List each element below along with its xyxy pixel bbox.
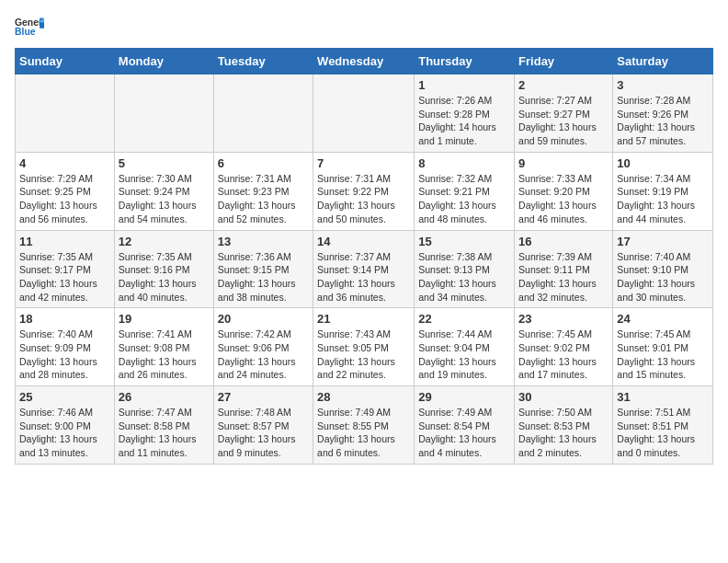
day-info: Sunrise: 7:27 AM Sunset: 9:27 PM Dayligh… <box>518 94 609 148</box>
calendar-cell: 20Sunrise: 7:42 AM Sunset: 9:06 PM Dayli… <box>213 308 313 386</box>
calendar-week-row: 11Sunrise: 7:35 AM Sunset: 9:17 PM Dayli… <box>16 230 713 308</box>
day-info: Sunrise: 7:40 AM Sunset: 9:09 PM Dayligh… <box>19 327 110 382</box>
day-info: Sunrise: 7:51 AM Sunset: 8:51 PM Dayligh… <box>617 406 709 460</box>
calendar-cell: 7Sunrise: 7:31 AM Sunset: 9:22 PM Daylig… <box>313 152 415 230</box>
day-number: 3 <box>617 78 709 92</box>
day-info: Sunrise: 7:26 AM Sunset: 9:28 PM Dayligh… <box>418 94 510 148</box>
day-info: Sunrise: 7:30 AM Sunset: 9:24 PM Dayligh… <box>119 172 210 226</box>
day-info: Sunrise: 7:39 AM Sunset: 9:11 PM Dayligh… <box>518 250 609 304</box>
calendar-cell: 15Sunrise: 7:38 AM Sunset: 9:13 PM Dayli… <box>415 230 515 308</box>
day-number: 10 <box>617 156 709 170</box>
day-number: 14 <box>317 235 410 248</box>
calendar-table: SundayMondayTuesdayWednesdayThursdayFrid… <box>15 48 713 465</box>
calendar-cell: 18Sunrise: 7:40 AM Sunset: 9:09 PM Dayli… <box>16 308 115 386</box>
calendar-cell: 26Sunrise: 7:47 AM Sunset: 8:58 PM Dayli… <box>114 386 213 465</box>
calendar-week-row: 25Sunrise: 7:46 AM Sunset: 9:00 PM Dayli… <box>16 386 713 465</box>
calendar-cell: 29Sunrise: 7:49 AM Sunset: 8:54 PM Dayli… <box>415 386 515 465</box>
day-info: Sunrise: 7:35 AM Sunset: 9:16 PM Dayligh… <box>119 250 210 304</box>
day-info: Sunrise: 7:38 AM Sunset: 9:13 PM Dayligh… <box>418 250 510 304</box>
day-info: Sunrise: 7:41 AM Sunset: 9:08 PM Dayligh… <box>119 327 210 382</box>
day-info: Sunrise: 7:45 AM Sunset: 9:01 PM Dayligh… <box>617 327 709 382</box>
calendar-cell: 22Sunrise: 7:44 AM Sunset: 9:04 PM Dayli… <box>415 308 515 386</box>
day-number: 15 <box>418 235 510 248</box>
day-info: Sunrise: 7:37 AM Sunset: 9:14 PM Dayligh… <box>317 250 410 304</box>
day-info: Sunrise: 7:28 AM Sunset: 9:26 PM Dayligh… <box>617 94 709 148</box>
day-number: 7 <box>317 156 410 170</box>
day-of-week-header: Monday <box>114 49 213 75</box>
calendar-cell <box>114 75 213 153</box>
calendar-cell <box>213 75 313 153</box>
day-info: Sunrise: 7:33 AM Sunset: 9:20 PM Dayligh… <box>518 172 609 226</box>
calendar-cell: 23Sunrise: 7:45 AM Sunset: 9:02 PM Dayli… <box>515 308 613 386</box>
day-number: 27 <box>218 390 309 404</box>
day-number: 26 <box>119 390 210 404</box>
day-number: 18 <box>19 312 110 326</box>
calendar-cell <box>313 75 415 153</box>
day-info: Sunrise: 7:49 AM Sunset: 8:54 PM Dayligh… <box>418 406 510 460</box>
calendar-cell: 5Sunrise: 7:30 AM Sunset: 9:24 PM Daylig… <box>114 152 213 230</box>
day-number: 5 <box>119 156 210 170</box>
calendar-cell: 3Sunrise: 7:28 AM Sunset: 9:26 PM Daylig… <box>613 75 713 153</box>
day-number: 24 <box>617 312 709 326</box>
calendar-cell: 19Sunrise: 7:41 AM Sunset: 9:08 PM Dayli… <box>114 308 213 386</box>
day-number: 23 <box>518 312 609 326</box>
calendar-cell: 27Sunrise: 7:48 AM Sunset: 8:57 PM Dayli… <box>213 386 313 465</box>
day-of-week-header: Friday <box>515 49 613 75</box>
calendar-week-row: 18Sunrise: 7:40 AM Sunset: 9:09 PM Dayli… <box>16 308 713 386</box>
day-info: Sunrise: 7:47 AM Sunset: 8:58 PM Dayligh… <box>119 406 210 460</box>
day-info: Sunrise: 7:42 AM Sunset: 9:06 PM Dayligh… <box>218 327 309 382</box>
day-of-week-header: Saturday <box>613 49 713 75</box>
day-info: Sunrise: 7:29 AM Sunset: 9:25 PM Dayligh… <box>19 172 110 226</box>
day-info: Sunrise: 7:35 AM Sunset: 9:17 PM Dayligh… <box>19 250 110 304</box>
calendar-cell: 17Sunrise: 7:40 AM Sunset: 9:10 PM Dayli… <box>613 230 713 308</box>
day-number: 31 <box>617 390 709 404</box>
day-info: Sunrise: 7:34 AM Sunset: 9:19 PM Dayligh… <box>617 172 709 226</box>
day-info: Sunrise: 7:49 AM Sunset: 8:55 PM Dayligh… <box>317 406 410 460</box>
day-number: 4 <box>19 156 110 170</box>
day-number: 2 <box>518 78 609 92</box>
day-number: 30 <box>518 390 609 404</box>
day-number: 19 <box>119 312 210 326</box>
day-info: Sunrise: 7:32 AM Sunset: 9:21 PM Dayligh… <box>418 172 510 226</box>
calendar-cell: 10Sunrise: 7:34 AM Sunset: 9:19 PM Dayli… <box>613 152 713 230</box>
calendar-cell: 14Sunrise: 7:37 AM Sunset: 9:14 PM Dayli… <box>313 230 415 308</box>
logo-icon: General Blue <box>15 15 44 40</box>
logo: General Blue <box>15 15 44 40</box>
day-number: 21 <box>317 312 410 326</box>
day-number: 25 <box>19 390 110 404</box>
day-number: 12 <box>119 235 210 248</box>
day-number: 1 <box>418 78 510 92</box>
day-info: Sunrise: 7:50 AM Sunset: 8:53 PM Dayligh… <box>518 406 609 460</box>
day-info: Sunrise: 7:46 AM Sunset: 9:00 PM Dayligh… <box>19 406 110 460</box>
svg-text:Blue: Blue <box>15 27 36 37</box>
day-number: 9 <box>518 156 609 170</box>
day-info: Sunrise: 7:31 AM Sunset: 9:23 PM Dayligh… <box>218 172 309 226</box>
day-number: 6 <box>218 156 309 170</box>
day-number: 16 <box>518 235 609 248</box>
calendar-cell: 2Sunrise: 7:27 AM Sunset: 9:27 PM Daylig… <box>515 75 613 153</box>
day-info: Sunrise: 7:45 AM Sunset: 9:02 PM Dayligh… <box>518 327 609 382</box>
page-header: General Blue <box>15 15 713 40</box>
day-of-week-header: Thursday <box>415 49 515 75</box>
day-info: Sunrise: 7:48 AM Sunset: 8:57 PM Dayligh… <box>218 406 309 460</box>
calendar-cell: 21Sunrise: 7:43 AM Sunset: 9:05 PM Dayli… <box>313 308 415 386</box>
calendar-cell <box>16 75 115 153</box>
day-number: 22 <box>418 312 510 326</box>
day-info: Sunrise: 7:44 AM Sunset: 9:04 PM Dayligh… <box>418 327 510 382</box>
day-number: 20 <box>218 312 309 326</box>
header-row: SundayMondayTuesdayWednesdayThursdayFrid… <box>16 49 713 75</box>
calendar-cell: 11Sunrise: 7:35 AM Sunset: 9:17 PM Dayli… <box>16 230 115 308</box>
day-number: 8 <box>418 156 510 170</box>
calendar-cell: 16Sunrise: 7:39 AM Sunset: 9:11 PM Dayli… <box>515 230 613 308</box>
calendar-cell: 13Sunrise: 7:36 AM Sunset: 9:15 PM Dayli… <box>213 230 313 308</box>
calendar-cell: 1Sunrise: 7:26 AM Sunset: 9:28 PM Daylig… <box>415 75 515 153</box>
calendar-cell: 8Sunrise: 7:32 AM Sunset: 9:21 PM Daylig… <box>415 152 515 230</box>
calendar-cell: 4Sunrise: 7:29 AM Sunset: 9:25 PM Daylig… <box>16 152 115 230</box>
day-of-week-header: Tuesday <box>213 49 313 75</box>
day-info: Sunrise: 7:43 AM Sunset: 9:05 PM Dayligh… <box>317 327 410 382</box>
day-info: Sunrise: 7:36 AM Sunset: 9:15 PM Dayligh… <box>218 250 309 304</box>
calendar-cell: 25Sunrise: 7:46 AM Sunset: 9:00 PM Dayli… <box>16 386 115 465</box>
calendar-cell: 9Sunrise: 7:33 AM Sunset: 9:20 PM Daylig… <box>515 152 613 230</box>
day-number: 29 <box>418 390 510 404</box>
day-of-week-header: Wednesday <box>313 49 415 75</box>
